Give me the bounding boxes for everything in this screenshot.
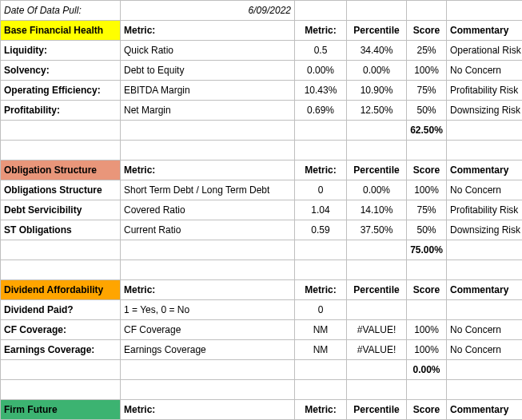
row-value: NM <box>295 340 347 360</box>
row-percentile: 34.40% <box>347 41 407 61</box>
row-score: 100% <box>407 320 447 340</box>
row-label: Obligations Structure <box>1 180 121 200</box>
cell <box>447 380 523 400</box>
data-row: Debt ServicibilityCovered Ratio1.0414.10… <box>1 200 523 220</box>
row-score <box>407 300 447 320</box>
section-header: Firm FutureMetric:Metric:PercentileScore… <box>1 400 523 420</box>
section-header: Obligation StructureMetric:Metric:Percen… <box>1 160 523 180</box>
cell <box>447 360 523 380</box>
section-title: Obligation Structure <box>1 160 121 180</box>
row-commentary: Profitability Risk <box>447 200 523 220</box>
row-score: 50% <box>407 220 447 240</box>
date-label: Date Of Data Pull: <box>1 1 121 21</box>
col-metric-name: Metric: <box>121 280 295 300</box>
cell <box>295 380 347 400</box>
cell <box>347 240 407 260</box>
cell <box>407 380 447 400</box>
row-label: Earnings Coverage: <box>1 340 121 360</box>
data-row: Liquidity:Quick Ratio0.534.40%25%Operati… <box>1 41 523 61</box>
row-commentary: Profitability Risk <box>447 81 523 101</box>
cell <box>295 240 347 260</box>
cell <box>121 260 295 280</box>
row-value: 0.69% <box>295 101 347 121</box>
col-commentary: Commentary <box>447 160 523 180</box>
cell <box>347 1 407 21</box>
col-commentary: Commentary <box>447 400 523 420</box>
cell <box>1 380 121 400</box>
row-percentile <box>347 300 407 320</box>
spacer-row <box>1 260 523 280</box>
cell <box>1 240 121 260</box>
col-metric-name: Metric: <box>121 160 295 180</box>
row-commentary: No Concern <box>447 61 523 81</box>
cell <box>1 260 121 280</box>
row-label: ST Obligations <box>1 220 121 240</box>
row-metric: Covered Ratio <box>121 200 295 220</box>
date-value: 6/09/2022 <box>121 1 295 21</box>
row-score: 75% <box>407 200 447 220</box>
cell <box>447 1 523 21</box>
row-score: 75% <box>407 81 447 101</box>
row-label: Operating Efficiency: <box>1 81 121 101</box>
row-label: Debt Servicibility <box>1 200 121 220</box>
data-row: ST ObligationsCurrent Ratio0.5937.50%50%… <box>1 220 523 240</box>
cell <box>121 380 295 400</box>
data-row: Profitability:Net Margin0.69%12.50%50%Do… <box>1 101 523 121</box>
col-score: Score <box>407 21 447 41</box>
col-commentary: Commentary <box>447 21 523 41</box>
col-metric-val: Metric: <box>295 400 347 420</box>
col-commentary: Commentary <box>447 280 523 300</box>
row-metric: Current Ratio <box>121 220 295 240</box>
row-commentary: No Concern <box>447 340 523 360</box>
row-commentary: Operational Risk <box>447 41 523 61</box>
row-score: 100% <box>407 61 447 81</box>
total-row: 0.00% <box>1 360 523 380</box>
section-title: Dividend Affordability <box>1 280 121 300</box>
col-metric-val: Metric: <box>295 21 347 41</box>
row-label: Dividend Paid? <box>1 300 121 320</box>
row-score: 100% <box>407 180 447 200</box>
col-metric-val: Metric: <box>295 160 347 180</box>
row-percentile: 10.90% <box>347 81 407 101</box>
row-value: 0.59 <box>295 220 347 240</box>
cell <box>447 141 523 160</box>
cell <box>407 141 447 160</box>
cell <box>121 240 295 260</box>
cell <box>347 360 407 380</box>
section-title: Base Financial Health <box>1 21 121 41</box>
col-percentile: Percentile <box>347 400 407 420</box>
cell <box>295 360 347 380</box>
row-metric: CF Coverage <box>121 320 295 340</box>
row-commentary: No Concern <box>447 180 523 200</box>
cell <box>1 121 121 141</box>
row-value: 0.5 <box>295 41 347 61</box>
row-label: Profitability: <box>1 101 121 121</box>
col-metric-name: Metric: <box>121 400 295 420</box>
total-row: 62.50% <box>1 121 523 141</box>
row-percentile: #VALUE! <box>347 320 407 340</box>
cell <box>121 121 295 141</box>
cell <box>121 141 295 160</box>
data-row: Operating Efficiency:EBITDA Margin10.43%… <box>1 81 523 101</box>
cell <box>447 240 523 260</box>
cell <box>295 260 347 280</box>
spacer-row <box>1 380 523 400</box>
col-metric-name: Metric: <box>121 21 295 41</box>
cell <box>121 360 295 380</box>
financial-health-table: Date Of Data Pull:6/09/2022Base Financia… <box>0 0 522 420</box>
section-total: 62.50% <box>407 121 447 141</box>
row-percentile: 12.50% <box>347 101 407 121</box>
section-total: 75.00% <box>407 240 447 260</box>
section-header: Base Financial HealthMetric:Metric:Perce… <box>1 21 523 41</box>
cell <box>347 380 407 400</box>
cell <box>347 121 407 141</box>
spacer-row <box>1 141 523 160</box>
row-percentile: 0.00% <box>347 61 407 81</box>
data-row: Solvency:Debt to Equity0.00%0.00%100%No … <box>1 61 523 81</box>
cell <box>1 141 121 160</box>
cell <box>347 260 407 280</box>
col-score: Score <box>407 280 447 300</box>
section-title: Firm Future <box>1 400 121 420</box>
row-metric: Debt to Equity <box>121 61 295 81</box>
col-percentile: Percentile <box>347 280 407 300</box>
